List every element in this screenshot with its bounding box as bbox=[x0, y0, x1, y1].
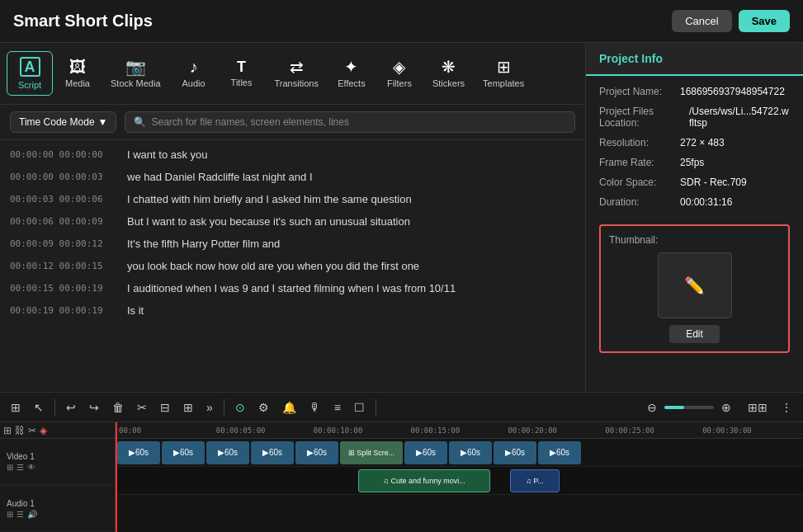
zoom-out-button[interactable]: ⊖ bbox=[643, 398, 661, 417]
list-item[interactable]: 00:00:00 00:00:00 I want to ask you bbox=[0, 144, 585, 166]
tl-undo-button[interactable]: ↩ bbox=[62, 398, 80, 417]
play-icon: ▶ bbox=[262, 448, 269, 457]
audio-track-menu-icon[interactable]: ☰ bbox=[17, 510, 24, 519]
tl-more-button[interactable]: » bbox=[202, 398, 217, 417]
color-space-value: SDR - Rec.709 bbox=[680, 177, 747, 188]
video-clip[interactable]: ▶60s bbox=[538, 441, 581, 464]
timeline-toolbar: ⊞ ↖ ↩ ↪ 🗑 ✂ ⊟ ⊞ » ⊙ ⚙ 🔔 🎙 ≡ ☐ ⊖ ⊕ bbox=[0, 393, 803, 422]
tool-titles[interactable]: T Titles bbox=[219, 54, 265, 92]
color-space-label: Color Space: bbox=[599, 177, 673, 188]
pencil-icon: ✏️ bbox=[684, 275, 705, 295]
audio-track-add-icon[interactable]: ⊞ bbox=[7, 510, 13, 519]
toolbar-separator bbox=[376, 399, 376, 416]
audio-track-name: Audio 1 bbox=[7, 499, 108, 508]
list-item[interactable]: 00:00:19 00:00:19 Is it bbox=[0, 299, 585, 322]
save-button[interactable]: Save bbox=[739, 10, 790, 32]
tl-snap-button[interactable]: 🔔 bbox=[278, 398, 300, 417]
zoom-in-button[interactable]: ⊕ bbox=[717, 398, 735, 417]
thumbnail-preview: ✏️ bbox=[658, 252, 732, 318]
list-item[interactable]: 00:00:00 00:00:03 we had Daniel Radcliff… bbox=[0, 166, 585, 188]
tool-stickers-label: Stickers bbox=[432, 78, 465, 88]
track-unlink-icon[interactable]: ✂ bbox=[28, 425, 36, 436]
tl-select-button[interactable]: ↖ bbox=[30, 398, 48, 417]
video-clip[interactable]: ▶60s bbox=[404, 441, 447, 464]
tl-grid-button[interactable]: ⊞ bbox=[7, 398, 25, 417]
audio-icon: ♪ bbox=[190, 59, 198, 75]
timeline-ruler: 00:00 00:00:05:00 00:00:10:00 00:00:15:0… bbox=[116, 422, 803, 439]
tool-transitions-label: Transitions bbox=[275, 78, 319, 88]
thumbnail-edit-button[interactable]: Edit bbox=[669, 325, 720, 343]
play-icon: ▶ bbox=[173, 448, 180, 457]
tool-templates[interactable]: ⊞ Templates bbox=[475, 54, 532, 93]
tool-stock-media-label: Stock Media bbox=[111, 78, 161, 88]
tl-mic-button[interactable]: 🎙 bbox=[305, 398, 325, 417]
tool-filters[interactable]: ◈ Filters bbox=[376, 54, 423, 93]
list-item[interactable]: 00:00:09 00:00:12 It's the fifth Harry P… bbox=[0, 233, 585, 255]
audio-track-label: Audio 1 ⊞ ☰ 🔊 bbox=[0, 485, 115, 532]
info-row-colorspace: Color Space: SDR - Rec.709 bbox=[599, 177, 790, 188]
list-item[interactable]: 00:00:03 00:00:06 I chatted with him bri… bbox=[0, 188, 585, 210]
tl-redo-button[interactable]: ↪ bbox=[85, 398, 103, 417]
tl-play-button[interactable]: ⊙ bbox=[231, 398, 249, 417]
video-clip[interactable]: ▶60s bbox=[162, 441, 205, 464]
tool-transitions[interactable]: ⇄ Transitions bbox=[267, 54, 327, 93]
play-icon: ▶ bbox=[218, 448, 224, 457]
video-clip[interactable]: ▶60s bbox=[251, 441, 294, 464]
audio-clip-1[interactable]: ♫ Cute and funny movi... bbox=[358, 469, 490, 492]
tl-settings-button[interactable]: ⚙ bbox=[254, 398, 273, 417]
video-track-eye-icon[interactable]: 👁 bbox=[27, 463, 35, 472]
list-item[interactable]: 00:00:12 00:00:15 you look back now how … bbox=[0, 255, 585, 277]
stickers-icon: ❋ bbox=[442, 59, 456, 75]
tl-delete-button[interactable]: 🗑 bbox=[108, 398, 128, 417]
time-code-mode-select[interactable]: Time Code Mode ▼ bbox=[10, 111, 116, 133]
video-clip[interactable]: ▶60s bbox=[206, 441, 249, 464]
info-row-location: Project Files Location: /Users/ws/Li...5… bbox=[599, 106, 790, 129]
tl-cut-button[interactable]: ✂ bbox=[133, 398, 151, 417]
frame-rate-label: Frame Rate: bbox=[599, 157, 673, 168]
search-box[interactable]: 🔍 Search for file names, screen elements… bbox=[125, 111, 575, 133]
tl-list-button[interactable]: ≡ bbox=[330, 398, 345, 417]
video-track-menu-icon[interactable]: ☰ bbox=[17, 463, 24, 472]
tl-caption-button[interactable]: ☐ bbox=[350, 398, 369, 417]
tool-media[interactable]: 🖼 Media bbox=[54, 54, 101, 93]
mode-label: Time Code Mode bbox=[19, 116, 95, 128]
app-title: Smart Short Clips bbox=[13, 12, 672, 31]
tool-stickers[interactable]: ❋ Stickers bbox=[424, 54, 473, 93]
ruler-mark-5: 00:00:25:00 bbox=[605, 426, 702, 435]
frame-rate-value: 25fps bbox=[680, 157, 704, 168]
video-clip[interactable]: ▶60s bbox=[494, 441, 536, 464]
list-item[interactable]: 00:00:06 00:00:09 But I want to ask you … bbox=[0, 210, 585, 233]
tl-split-button[interactable]: ⊟ bbox=[156, 398, 174, 417]
track-link-icon[interactable]: ⛓ bbox=[15, 425, 25, 436]
video-clips: ▶60s ▶60s ▶60s ▶60s ▶60s ⊞ Split Scre...… bbox=[116, 439, 803, 466]
video-clip[interactable]: ▶60s bbox=[449, 441, 492, 464]
tool-script[interactable]: A Script bbox=[7, 51, 53, 96]
play-icon: ▶ bbox=[129, 448, 135, 457]
tool-audio[interactable]: ♪ Audio bbox=[171, 54, 217, 93]
project-name-value: 1686956937948954722 bbox=[680, 86, 785, 97]
cancel-button[interactable]: Cancel bbox=[672, 10, 731, 32]
tool-stock-media[interactable]: 📷 Stock Media bbox=[102, 54, 169, 93]
media-icon: 🖼 bbox=[69, 59, 86, 75]
tool-effects[interactable]: ✦ Effects bbox=[328, 54, 375, 93]
line-text: It's the fifth Harry Potter film and bbox=[127, 238, 280, 250]
tl-expand-button[interactable]: ⋮ bbox=[777, 398, 796, 417]
files-location-value: /Users/ws/Li...54722.wfltsp bbox=[689, 106, 790, 129]
tl-add-button[interactable]: ⊞ bbox=[179, 398, 197, 417]
video-track-add-icon[interactable]: ⊞ bbox=[7, 463, 13, 472]
tl-grid-view-button[interactable]: ⊞⊞ bbox=[744, 398, 772, 417]
video-clip[interactable]: ▶60s bbox=[295, 441, 338, 464]
audio-track-vol-icon[interactable]: 🔊 bbox=[27, 510, 37, 519]
resolution-value: 272 × 483 bbox=[680, 137, 725, 148]
split-screen-clip[interactable]: ⊞ Split Scre... bbox=[340, 441, 403, 464]
track-color-icon[interactable]: ◈ bbox=[40, 425, 47, 436]
list-item[interactable]: 00:00:15 00:00:19 I auditioned when I wa… bbox=[0, 277, 585, 299]
track-add-icon[interactable]: ⊞ bbox=[3, 425, 12, 436]
search-icon: 🔍 bbox=[134, 116, 146, 128]
toolbar-separator bbox=[224, 399, 224, 416]
video-clip[interactable]: ▶60s bbox=[117, 441, 160, 464]
play-icon: ▶ bbox=[307, 448, 314, 457]
play-icon: ▶ bbox=[461, 448, 467, 457]
audio-clip-2[interactable]: ♫ P... bbox=[510, 469, 560, 492]
ruler-mark-2: 00:00:10:00 bbox=[314, 426, 411, 435]
